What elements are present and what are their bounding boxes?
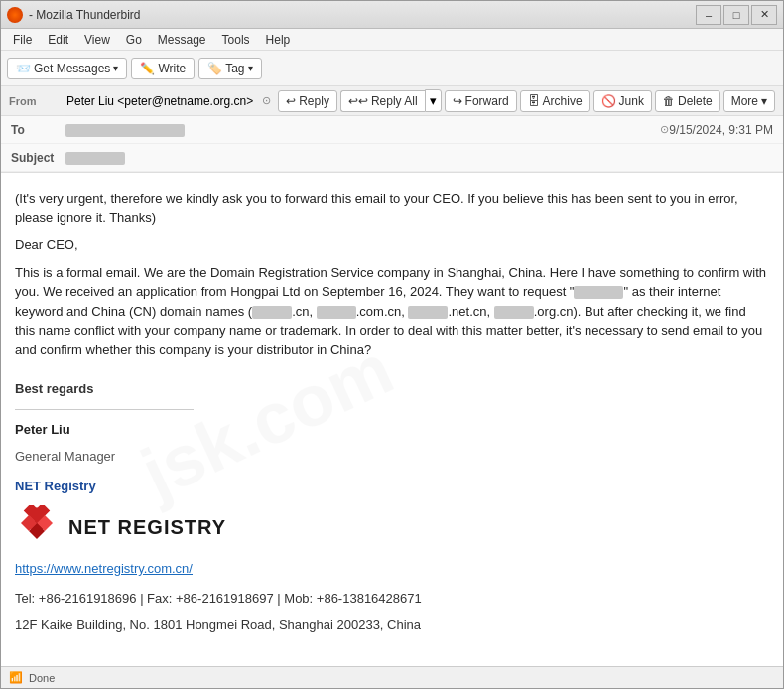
website-anchor[interactable]: https://www.netregistry.com.cn/ xyxy=(15,561,193,576)
tag-button[interactable]: 🏷️ Tag ▾ xyxy=(198,58,261,79)
more-button[interactable]: More ▾ xyxy=(723,90,775,112)
write-label: Write xyxy=(158,62,186,75)
junk-icon: 🚫 xyxy=(601,94,616,108)
junk-label: Junk xyxy=(619,94,644,108)
menu-tools[interactable]: Tools xyxy=(214,31,258,49)
more-label: More xyxy=(731,94,758,108)
write-icon: ✏️ xyxy=(140,62,155,75)
menu-go[interactable]: Go xyxy=(118,31,150,49)
domain3-redacted xyxy=(408,306,448,319)
junk-button[interactable]: 🚫 Junk xyxy=(593,90,652,112)
delete-label: Delete xyxy=(678,94,713,108)
menu-view[interactable]: View xyxy=(76,31,118,49)
reply-all-button[interactable]: ↩↩ Reply All xyxy=(340,90,425,112)
reply-icon: ↩ xyxy=(286,94,296,108)
subject-redacted xyxy=(65,152,125,165)
from-label: From xyxy=(9,95,64,107)
intro-paragraph: (It's very urgent, therefore we kindly a… xyxy=(15,189,769,227)
main-paragraph: This is a formal email. We are the Domai… xyxy=(15,263,769,360)
write-button[interactable]: ✏️ Write xyxy=(131,58,195,79)
contact-info: Tel: +86-2161918696 | Fax: +86-216191869… xyxy=(15,589,769,609)
subject-label: Subject xyxy=(11,151,65,165)
website-link[interactable]: https://www.netregistry.com.cn/ xyxy=(15,559,769,579)
sender-title: General Manager xyxy=(15,447,769,467)
greeting: Dear CEO, xyxy=(15,235,769,255)
email-date: 9/15/2024, 9:31 PM xyxy=(669,123,773,137)
reply-all-arrow-button[interactable]: ▾ xyxy=(425,89,442,112)
archive-label: Archive xyxy=(543,94,583,108)
get-messages-label: Get Messages xyxy=(34,62,110,75)
status-bar: 📶 Done xyxy=(1,666,783,688)
forward-icon: ↪ xyxy=(453,94,462,108)
email-body: jsk.com (It's very urgent, therefore we … xyxy=(1,173,783,666)
keyword-redacted xyxy=(574,286,623,299)
connection-icon: 📶 xyxy=(9,671,23,684)
email-header: From Peter Liu <peter@netname.org.cn> ⊙ … xyxy=(1,86,783,173)
menu-message[interactable]: Message xyxy=(150,31,214,49)
company-name: NET Registry xyxy=(15,477,769,496)
net-registry-logo-icon xyxy=(15,505,59,549)
to-label: To xyxy=(11,123,65,137)
forward-label: Forward xyxy=(465,94,509,108)
status-text: Done xyxy=(29,672,55,684)
reply-all-icon: ↩↩ xyxy=(348,94,368,108)
title-bar: - Mozilla Thunderbird – □ ✕ xyxy=(1,1,783,29)
app-icon xyxy=(7,7,23,23)
get-messages-icon: 📨 xyxy=(16,62,31,75)
tag-label: Tag xyxy=(225,62,244,75)
reply-all-group: ↩↩ Reply All ▾ xyxy=(340,89,442,112)
minimize-button[interactable]: – xyxy=(696,5,721,25)
company-logo-area: NET REGISTRY xyxy=(15,505,769,549)
best-regards: Best regards xyxy=(15,379,769,399)
title-bar-left: - Mozilla Thunderbird xyxy=(7,7,141,23)
reply-button[interactable]: ↩ Reply xyxy=(278,90,337,112)
tag-arrow-icon: ▾ xyxy=(248,63,253,73)
to-value xyxy=(65,122,660,136)
get-messages-arrow-icon: ▾ xyxy=(113,63,118,73)
window-controls: – □ ✕ xyxy=(696,5,777,25)
window-title: - Mozilla Thunderbird xyxy=(29,8,141,22)
logo-text: NET REGISTRY xyxy=(68,512,226,542)
menu-help[interactable]: Help xyxy=(258,31,299,49)
to-verified-icon: ⊙ xyxy=(660,123,669,136)
archive-icon: 🗄 xyxy=(528,94,540,108)
menu-file[interactable]: File xyxy=(5,31,40,49)
reply-all-label: Reply All xyxy=(371,94,418,108)
domain1-redacted xyxy=(252,306,292,319)
menu-edit[interactable]: Edit xyxy=(40,31,76,49)
signature-divider xyxy=(15,409,194,410)
maximize-button[interactable]: □ xyxy=(723,5,749,25)
sender-name: Peter Liu xyxy=(15,420,769,440)
to-redacted xyxy=(65,124,185,137)
subject-row: Subject xyxy=(1,144,783,172)
main-window: - Mozilla Thunderbird – □ ✕ File Edit Vi… xyxy=(0,0,784,689)
verified-icon: ⊙ xyxy=(262,94,271,107)
archive-button[interactable]: 🗄 Archive xyxy=(520,90,590,112)
tag-icon: 🏷️ xyxy=(207,62,222,75)
delete-icon: 🗑 xyxy=(663,94,675,108)
delete-button[interactable]: 🗑 Delete xyxy=(655,90,720,112)
domain2-redacted xyxy=(317,306,356,319)
reply-label: Reply xyxy=(299,94,329,108)
action-bar: From Peter Liu <peter@netname.org.cn> ⊙ … xyxy=(1,86,783,116)
forward-button[interactable]: ↪ Forward xyxy=(445,90,517,112)
toolbar: 📨 Get Messages ▾ ✏️ Write 🏷️ Tag ▾ xyxy=(1,51,783,86)
more-arrow-icon: ▾ xyxy=(761,94,767,108)
subject-value xyxy=(65,150,773,164)
address: 12F Kaike Building, No. 1801 Hongmei Roa… xyxy=(15,616,769,635)
domain4-redacted xyxy=(494,306,534,319)
menu-bar: File Edit View Go Message Tools Help xyxy=(1,29,783,51)
from-value: Peter Liu <peter@netname.org.cn> xyxy=(66,94,259,108)
get-messages-button[interactable]: 📨 Get Messages ▾ xyxy=(7,58,127,79)
body-content: jsk.com (It's very urgent, therefore we … xyxy=(15,189,769,635)
close-button[interactable]: ✕ xyxy=(751,5,777,25)
to-row: To ⊙ 9/15/2024, 9:31 PM xyxy=(1,116,783,144)
